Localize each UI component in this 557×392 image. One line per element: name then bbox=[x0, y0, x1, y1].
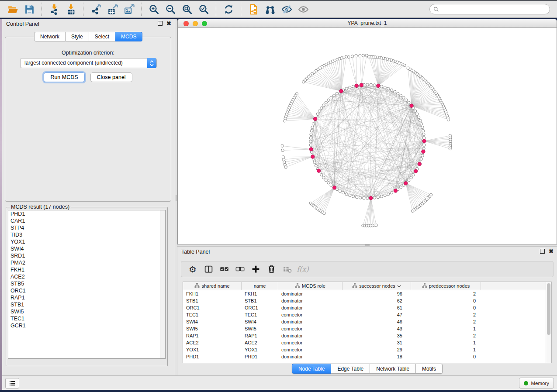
run-mcds-button[interactable]: Run MCDS bbox=[44, 72, 84, 82]
mcds-result-item[interactable]: PMA2 bbox=[8, 259, 165, 266]
export-network-button[interactable] bbox=[89, 3, 102, 16]
tab-motifs[interactable]: Motifs bbox=[416, 364, 443, 374]
table-mode-button[interactable]: ⚙ bbox=[186, 263, 199, 275]
zoom-fit-button[interactable] bbox=[180, 3, 194, 16]
table-row[interactable]: STB1STB1dominator620 bbox=[183, 297, 551, 304]
table-row[interactable]: YOX1YOX1connector291 bbox=[183, 346, 551, 353]
show-all-icon bbox=[298, 4, 309, 15]
import-table-button[interactable] bbox=[64, 3, 77, 16]
network-graph[interactable] bbox=[178, 28, 557, 244]
column-header-successor-nodes[interactable]: successor nodes bbox=[343, 282, 411, 290]
float-panel-icon[interactable] bbox=[540, 249, 545, 254]
tab-select[interactable]: Select bbox=[89, 32, 115, 41]
save-session-button[interactable] bbox=[23, 3, 36, 16]
tab-node-table[interactable]: Node Table bbox=[292, 364, 332, 374]
table-row[interactable]: TEC1TEC1connector472 bbox=[183, 311, 551, 318]
column-header-MCDS-role[interactable]: MCDS role bbox=[278, 282, 343, 290]
mcds-result-item[interactable]: TID3 bbox=[8, 231, 165, 238]
mcds-result-item[interactable]: YOX1 bbox=[8, 238, 165, 245]
tab-style[interactable]: Style bbox=[66, 32, 89, 41]
show-all-button[interactable] bbox=[297, 3, 310, 16]
status-bar: Memory bbox=[2, 375, 557, 390]
mcds-result-item[interactable]: SWI4 bbox=[8, 245, 165, 252]
table-scrollbar[interactable] bbox=[546, 282, 551, 363]
table-row[interactable]: SWI4SWI4dominator462 bbox=[183, 318, 551, 325]
new-network-from-selection-button[interactable] bbox=[247, 3, 260, 16]
import-network-button[interactable] bbox=[48, 3, 61, 16]
tab-edge-table[interactable]: Edge Table bbox=[331, 364, 370, 374]
cell-MCDS-role: dominator bbox=[278, 290, 343, 297]
tab-network-table[interactable]: Network Table bbox=[370, 364, 416, 374]
table-scrollbar-thumb[interactable] bbox=[547, 283, 550, 335]
export-image-button[interactable] bbox=[122, 3, 135, 16]
mcds-result-item[interactable]: PHD1 bbox=[8, 210, 165, 217]
tab-network[interactable]: Network bbox=[34, 32, 66, 41]
hide-selected-button[interactable] bbox=[280, 3, 293, 16]
cell-shared-name: RAP1 bbox=[183, 332, 242, 339]
mcds-list-scrollbar[interactable] bbox=[160, 210, 165, 358]
cell-predecessor-nodes: 0 bbox=[411, 297, 481, 304]
column-type-icon bbox=[295, 283, 300, 289]
export-table-button[interactable] bbox=[106, 3, 119, 16]
column-type-icon bbox=[352, 283, 357, 289]
column-header-shared-name[interactable]: shared name bbox=[183, 282, 242, 290]
cell-shared-name: ORC1 bbox=[183, 304, 242, 311]
mcds-result-item[interactable]: SWI5 bbox=[8, 308, 165, 315]
mcds-result-group: MCDS result (17 nodes) PHD1CAR1STP4TID3Y… bbox=[6, 204, 168, 366]
add-column-button[interactable] bbox=[249, 263, 262, 275]
column-header-predecessor-nodes[interactable]: predecessor nodes bbox=[411, 282, 481, 290]
mcds-result-item[interactable]: TEC1 bbox=[8, 315, 165, 322]
cell-successor-nodes: 43 bbox=[343, 325, 411, 332]
import-network-icon bbox=[49, 4, 60, 15]
column-header-name[interactable]: name bbox=[242, 282, 278, 290]
network-canvas[interactable] bbox=[178, 28, 557, 244]
task-history-button[interactable] bbox=[5, 378, 19, 389]
mcds-result-item[interactable]: ORC1 bbox=[8, 287, 165, 294]
network-view-window: YPA_prune.txt_1 bbox=[177, 19, 557, 244]
table-row[interactable]: FKH1FKH1dominator962 bbox=[183, 290, 551, 297]
close-panel-button[interactable]: Close panel bbox=[90, 72, 132, 82]
cell-shared-name: SWI5 bbox=[183, 325, 242, 332]
zoom-in-button[interactable] bbox=[147, 3, 160, 16]
table-row[interactable]: SWI5SWI5connector431 bbox=[183, 325, 551, 332]
search-box[interactable] bbox=[429, 4, 550, 14]
mcds-result-item[interactable]: SRD1 bbox=[8, 252, 165, 259]
close-panel-icon[interactable]: ✖ bbox=[549, 249, 554, 254]
mcds-result-item[interactable]: RAP1 bbox=[8, 294, 165, 301]
mcds-result-item[interactable]: CAR1 bbox=[8, 217, 165, 224]
cell-successor-nodes: 35 bbox=[343, 332, 411, 339]
close-panel-icon[interactable]: ✖ bbox=[166, 21, 171, 26]
select-first-neighbors-button[interactable] bbox=[263, 3, 277, 16]
mcds-result-item[interactable]: GCR1 bbox=[8, 322, 165, 329]
show-columns-button[interactable] bbox=[202, 263, 215, 275]
mcds-result-list[interactable]: PHD1CAR1STP4TID3YOX1SWI4SRD1PMA2FKH1ACE2… bbox=[8, 210, 166, 359]
tab-mcds[interactable]: MCDS bbox=[115, 32, 142, 41]
mcds-result-item[interactable]: ACE2 bbox=[8, 273, 165, 280]
network-window-titlebar[interactable]: YPA_prune.txt_1 bbox=[178, 19, 557, 28]
save-session-icon bbox=[24, 4, 35, 15]
table-row[interactable]: ACE2ACE2connector311 bbox=[183, 339, 551, 346]
cell-predecessor-nodes: 0 bbox=[411, 353, 481, 360]
table-row[interactable]: RAP1RAP1dominator352 bbox=[183, 332, 551, 339]
table-tabs-bar: Node TableEdge TableNetwork TableMotifs bbox=[177, 364, 557, 374]
optimization-criterion-select[interactable]: largest connected component (undirected) bbox=[20, 58, 157, 68]
open-file-button[interactable] bbox=[6, 3, 19, 16]
mcds-result-item[interactable]: STB1 bbox=[8, 301, 165, 308]
delete-column-button[interactable] bbox=[265, 263, 278, 275]
mcds-result-item[interactable]: FKH1 bbox=[8, 266, 165, 273]
float-panel-icon[interactable] bbox=[158, 21, 163, 26]
table-row[interactable]: ORC1ORC1dominator610 bbox=[183, 304, 551, 311]
memory-button[interactable]: Memory bbox=[519, 378, 554, 389]
mcds-result-item[interactable]: STP4 bbox=[8, 224, 165, 231]
search-input[interactable] bbox=[441, 6, 546, 13]
zoom-out-button[interactable] bbox=[164, 3, 177, 16]
select-all-rows-button[interactable] bbox=[218, 263, 231, 275]
deselect-all-rows-button[interactable] bbox=[233, 263, 246, 275]
refresh-view-button[interactable] bbox=[222, 3, 235, 16]
table-body: FKH1FKH1dominator962STB1STB1dominator620… bbox=[183, 290, 551, 360]
cell-predecessor-nodes: 0 bbox=[411, 304, 481, 311]
mcds-result-item[interactable]: STB5 bbox=[8, 280, 165, 287]
table-row[interactable]: PHD1PHD1dominator180 bbox=[183, 353, 551, 360]
zoom-selected-button[interactable] bbox=[197, 3, 210, 16]
function-builder-button: f(x) bbox=[296, 263, 309, 275]
